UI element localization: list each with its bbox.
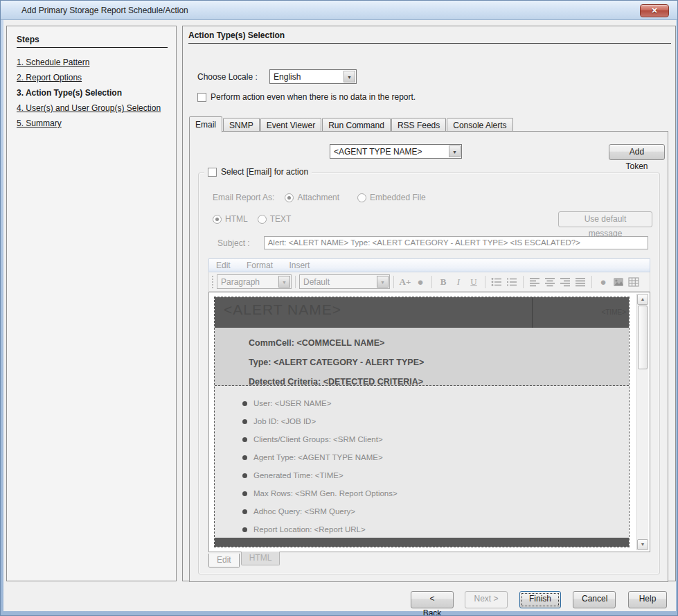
font-dropdown-button: ▼ — [377, 276, 389, 288]
toolbar-separator — [295, 276, 296, 288]
tab-event-viewer[interactable]: Event Viewer — [260, 118, 321, 132]
chevron-down-icon: ▼ — [279, 276, 289, 288]
image-icon — [612, 275, 625, 289]
steps-title: Steps — [17, 35, 168, 48]
toolbar-separator — [591, 276, 592, 288]
preview-bullet-item: Report Location: <Report URL> — [242, 520, 629, 538]
scrollbar-thumb[interactable] — [638, 306, 648, 369]
back-button[interactable]: < Back — [411, 591, 454, 608]
token-row: <AGENT TYPE NAME> ▼ Add Token — [330, 144, 462, 160]
preview-bullet-item: Max Rows: <SRM Gen. Report Options> — [242, 484, 629, 502]
no-data-checkbox-label: Perform action even when there is no dat… — [211, 92, 416, 102]
locale-dropdown-button[interactable]: ▼ — [344, 71, 355, 82]
preview-bullet-text: User: <USER NAME> — [253, 394, 331, 412]
editor-menubar: Edit Format Insert — [208, 258, 650, 272]
finish-button[interactable]: Finish — [519, 591, 561, 608]
font-dropdown: Default ▼ — [299, 274, 390, 289]
paragraph-dropdown-button: ▼ — [278, 276, 290, 288]
tab-console-alerts[interactable]: Console Alerts — [447, 118, 512, 132]
tab-snmp[interactable]: SNMP — [223, 118, 260, 132]
preview-bullet-text: Max Rows: <SRM Gen. Report Options> — [253, 484, 398, 502]
tab-email[interactable]: Email — [189, 116, 222, 132]
locale-row: Choose Locale : English ▼ — [197, 69, 357, 85]
steps-panel: Steps 1. Schedule Pattern 2. Report Opti… — [6, 26, 177, 581]
embedded-file-radio — [357, 193, 366, 202]
font-dropdown-value: Default — [303, 277, 374, 287]
step-action-type-selection: 3. Action Type(s) Selection — [17, 88, 168, 98]
step-report-options[interactable]: 2. Report Options — [17, 73, 168, 83]
preview-scrollbar[interactable]: ▲ ▼ — [636, 294, 648, 550]
text-radio-label: TEXT — [270, 214, 292, 224]
toolbar-separator — [523, 276, 524, 288]
preview-bullet-text: Adhoc Query: <SRM Query> — [253, 502, 355, 520]
select-email-row[interactable]: Select [Email] for action — [204, 167, 312, 177]
embedded-file-radio-label: Embedded File — [370, 193, 426, 202]
dialog-content: Steps 1. Schedule Pattern 2. Report Opti… — [3, 20, 676, 611]
preview-footer-bar — [215, 538, 629, 547]
report-as-label: Email Report As: — [213, 193, 274, 202]
preview-bullet-text: Generated Time: <TIME> — [253, 466, 344, 484]
preview-info-section: CommCell: <COMMCELL NAME> Type: <ALERT C… — [215, 328, 629, 386]
format-row: HTML TEXT — [213, 214, 291, 224]
locale-value: English — [274, 72, 341, 82]
token-dropdown-button[interactable]: ▼ — [449, 146, 461, 157]
select-email-checkbox[interactable] — [208, 168, 217, 177]
underline-icon: U — [467, 275, 481, 289]
preview-bullet-item: Generated Time: <TIME> — [242, 466, 629, 484]
email-preview: <ALERT NAME> <TIME> CommCell: <COMMCELL … — [214, 297, 630, 547]
locale-dropdown[interactable]: English ▼ — [269, 69, 357, 84]
menu-insert: Insert — [282, 259, 316, 272]
scroll-down-button[interactable]: ▼ — [637, 539, 648, 550]
step-users-selection[interactable]: 4. User(s) and User Group(s) Selection — [17, 103, 166, 114]
tab-rss-feeds[interactable]: RSS Feeds — [391, 118, 446, 132]
preview-bullet-item: Job ID: <JOB ID> — [242, 412, 629, 430]
preview-bullet-text: Report Location: <Report URL> — [253, 520, 366, 538]
close-button[interactable]: ✕ — [640, 4, 669, 17]
email-group: Select [Email] for action Email Report A… — [198, 173, 660, 574]
help-button[interactable]: Help — [628, 591, 667, 608]
subject-field: Alert: <ALERT NAME> Type: <ALERT CATEGOR… — [264, 236, 648, 249]
preview-info-line: Type: <ALERT CATEGORY - ALERT TYPE> — [249, 353, 629, 372]
step-schedule-pattern[interactable]: 1. Schedule Pattern — [17, 58, 168, 68]
bold-icon: B — [436, 275, 450, 289]
bullet-icon — [242, 437, 247, 442]
subject-label: Subject : — [217, 238, 250, 248]
paragraph-dropdown: Paragraph ▼ — [217, 274, 292, 289]
preview-bullet-text: Job ID: <JOB ID> — [253, 412, 316, 430]
close-icon: ✕ — [651, 6, 657, 15]
report-as-row: Email Report As: Attachment Embedded Fil… — [213, 193, 426, 202]
preview-bullet-item: Agent Type: <AGENT TYPE NAME> — [242, 448, 629, 466]
html-radio-label: HTML — [225, 214, 248, 224]
bullet-icon — [242, 527, 247, 532]
titlebar: Add Primary Storage Report Schedule/Acti… — [1, 1, 677, 20]
preview-header-left: <ALERT NAME> — [215, 297, 533, 328]
menu-edit: Edit — [209, 259, 238, 272]
editor-toolbar: Paragraph ▼ Default ▼ A+ ● — [208, 272, 650, 292]
action-tabs: EmailSNMPEvent ViewerRun CommandRSS Feed… — [189, 117, 514, 132]
add-token-button[interactable]: Add Token — [609, 144, 665, 160]
toolbar-separator — [393, 276, 394, 288]
align-right-icon — [558, 275, 572, 289]
smiley-icon: ● — [596, 275, 610, 289]
scroll-up-button[interactable]: ▲ — [637, 294, 648, 305]
action-type-panel: Action Type(s) Selection Choose Locale :… — [182, 26, 676, 581]
no-data-checkbox[interactable] — [197, 93, 206, 102]
no-data-checkbox-row[interactable]: Perform action even when there is no dat… — [197, 92, 416, 102]
text-radio — [258, 215, 267, 224]
preview-alert-name: <ALERT NAME> — [224, 301, 341, 317]
preview-info-line: CommCell: <COMMCELL NAME> — [249, 333, 629, 353]
cancel-button[interactable]: Cancel — [573, 591, 616, 608]
toolbar-separator — [431, 276, 432, 288]
preview-bullet-section: User: <USER NAME> Job ID: <JOB ID> Clien… — [215, 386, 629, 538]
bullet-icon — [242, 455, 247, 460]
preview-bullet-item: User: <USER NAME> — [242, 394, 629, 412]
preview-header-right: <TIME> — [533, 297, 629, 328]
message-editor: Edit Format Insert Paragraph ▼ — [208, 258, 650, 567]
mode-tab-edit[interactable]: Edit — [208, 554, 240, 567]
tab-run-command[interactable]: Run Command — [322, 118, 391, 132]
bullet-icon — [242, 401, 247, 406]
token-dropdown[interactable]: <AGENT TYPE NAME> ▼ — [330, 144, 462, 159]
token-dropdown-value: <AGENT TYPE NAME> — [334, 147, 446, 157]
step-summary[interactable]: 5. Summary — [17, 118, 168, 129]
use-default-message-button: Use default message — [558, 211, 652, 227]
